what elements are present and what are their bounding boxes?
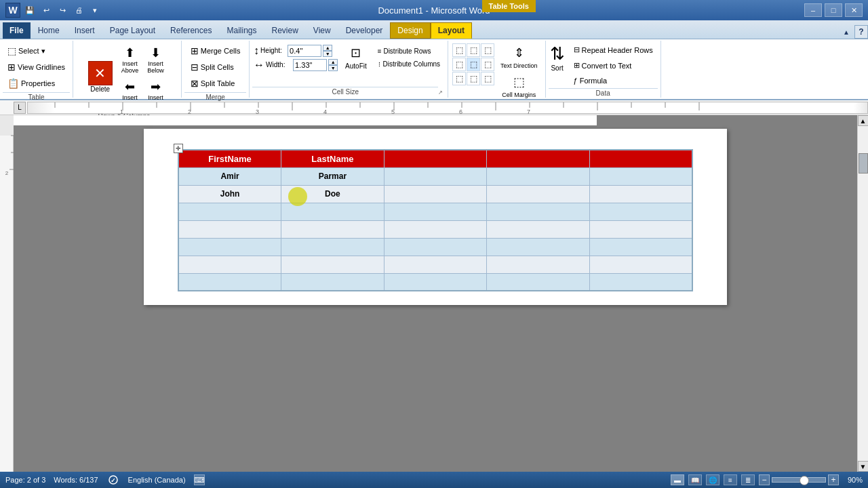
web-layout-btn[interactable]: 🌐: [706, 474, 719, 485]
redo-qat-btn[interactable]: ↪: [56, 3, 69, 17]
row5-col4[interactable]: [487, 238, 590, 256]
row1-col3[interactable]: [384, 167, 487, 185]
zoom-slider-thumb[interactable]: [800, 476, 809, 485]
tab-page-layout[interactable]: Page Layout: [102, 22, 163, 39]
close-btn[interactable]: ✕: [845, 3, 863, 17]
qat-dropdown[interactable]: ▾: [88, 3, 102, 17]
row4-col3[interactable]: [384, 220, 487, 238]
row6-col4[interactable]: [487, 256, 590, 273]
height-spin-down[interactable]: ▼: [323, 51, 332, 57]
formula-button[interactable]: ƒ Formula: [570, 75, 656, 87]
row5-col5[interactable]: [589, 238, 692, 256]
delete-button[interactable]: ✕ Delete: [87, 60, 114, 94]
align-middle-center[interactable]: ⬚: [467, 58, 480, 71]
tab-home[interactable]: Home: [31, 22, 67, 39]
tab-developer[interactable]: Developer: [338, 22, 391, 39]
align-bottom-right[interactable]: ⬚: [481, 72, 494, 85]
ribbon-collapse-btn[interactable]: ▲: [840, 25, 853, 39]
row2-col4[interactable]: [487, 185, 590, 203]
merge-cells-button[interactable]: ⊞ Merge Cells: [187, 43, 244, 58]
row2-firstname[interactable]: John: [178, 185, 281, 203]
cellsize-expander[interactable]: ↗: [438, 89, 445, 96]
align-middle-right[interactable]: ⬚: [481, 58, 494, 71]
properties-button[interactable]: 📋 Properties: [4, 76, 58, 91]
row1-col5[interactable]: [589, 167, 692, 185]
scroll-thumb[interactable]: [859, 153, 868, 174]
align-top-left[interactable]: ⬚: [452, 43, 466, 57]
row3-col4[interactable]: [487, 203, 590, 220]
align-top-right[interactable]: ⬚: [481, 43, 494, 57]
align-bottom-center[interactable]: ⬚: [467, 72, 480, 85]
outline-btn[interactable]: ≡: [724, 474, 737, 485]
view-gridlines-button[interactable]: ⊞ View Gridlines: [4, 60, 68, 75]
select-button[interactable]: ⬚ Select ▾: [4, 43, 49, 58]
width-input[interactable]: [293, 59, 327, 71]
row7-col3[interactable]: [384, 273, 487, 291]
repeat-header-rows-button[interactable]: ⊟ Repeat Header Rows: [570, 43, 656, 56]
row2-col3[interactable]: [384, 185, 487, 203]
height-spin-up[interactable]: ▲: [323, 45, 332, 51]
cell-margins-button[interactable]: ⬚ Cell Margins: [497, 73, 541, 100]
spelling-icon[interactable]: ✓: [106, 474, 120, 485]
zoom-out-btn[interactable]: −: [759, 474, 770, 485]
tab-file[interactable]: File: [3, 22, 31, 39]
tab-references[interactable]: References: [163, 22, 219, 39]
row5-lastname[interactable]: [281, 238, 384, 256]
height-input[interactable]: [288, 45, 321, 57]
row3-col5[interactable]: [589, 203, 692, 220]
row4-col4[interactable]: [487, 220, 590, 238]
full-reading-btn[interactable]: 📖: [688, 474, 702, 485]
maximize-btn[interactable]: □: [825, 3, 842, 17]
height-spin[interactable]: ▲ ▼: [323, 45, 332, 57]
row3-lastname[interactable]: [281, 203, 384, 220]
table-move-handle[interactable]: ✛: [174, 144, 183, 153]
row4-firstname[interactable]: [178, 220, 281, 238]
draft-btn[interactable]: ≣: [741, 474, 755, 485]
insert-below-button[interactable]: ⬇ InsertBelow: [144, 43, 168, 76]
convert-to-text-button[interactable]: ⊞ Convert to Text: [570, 59, 656, 72]
row7-col4[interactable]: [487, 273, 590, 291]
text-direction-button[interactable]: ⇕ Text Direction: [497, 43, 541, 71]
width-spin[interactable]: ▲ ▼: [328, 59, 338, 71]
row7-lastname[interactable]: [281, 273, 384, 291]
language-icon[interactable]: ⌨: [194, 474, 205, 485]
tab-layout[interactable]: Layout: [431, 22, 472, 39]
tab-view[interactable]: View: [306, 22, 338, 39]
sort-button[interactable]: ⇅ Sort: [550, 43, 565, 72]
scroll-track[interactable]: [858, 126, 868, 461]
width-spin-up[interactable]: ▲: [328, 59, 338, 65]
row6-col3[interactable]: [384, 256, 487, 273]
ruler-corner[interactable]: L: [14, 102, 26, 114]
row2-lastname[interactable]: Doe: [281, 185, 384, 203]
autofit-button[interactable]: ⊡ AutoFit: [342, 43, 370, 72]
align-bottom-left[interactable]: ⬚: [452, 72, 466, 85]
print-layout-btn[interactable]: ▬: [671, 474, 684, 485]
zoom-slider[interactable]: [772, 477, 826, 483]
zoom-in-btn[interactable]: +: [828, 474, 839, 485]
row6-lastname[interactable]: [281, 256, 384, 273]
row2-col5[interactable]: [589, 185, 692, 203]
tab-review[interactable]: Review: [264, 22, 305, 39]
tab-insert[interactable]: Insert: [67, 22, 102, 39]
distribute-rows-button[interactable]: ≡ Distribute Rows: [374, 45, 443, 57]
row5-firstname[interactable]: [178, 238, 281, 256]
row7-firstname[interactable]: [178, 273, 281, 291]
row6-col5[interactable]: [589, 256, 692, 273]
insert-above-button[interactable]: ⬆ InsertAbove: [118, 43, 142, 76]
save-qat-btn[interactable]: 💾: [23, 3, 37, 17]
row1-lastname[interactable]: Parmar: [281, 167, 384, 185]
row4-col5[interactable]: [589, 220, 692, 238]
distribute-cols-button[interactable]: ⫶ Distribute Columns: [374, 58, 443, 70]
document-page[interactable]: ✛ FirstName LastName A: [144, 129, 727, 305]
undo-qat-btn[interactable]: ↩: [39, 3, 53, 17]
split-cells-button[interactable]: ⊟ Split Cells: [187, 60, 237, 75]
row7-col5[interactable]: [589, 273, 692, 291]
print-qat-btn[interactable]: 🖨: [72, 3, 85, 17]
width-spin-down[interactable]: ▼: [328, 65, 338, 71]
align-top-center[interactable]: ⬚: [467, 43, 480, 57]
row5-col3[interactable]: [384, 238, 487, 256]
scroll-down-btn[interactable]: ▼: [858, 461, 869, 472]
row6-firstname[interactable]: [178, 256, 281, 273]
tab-design[interactable]: Design: [390, 22, 430, 39]
split-table-button[interactable]: ⊠ Split Table: [187, 76, 239, 91]
